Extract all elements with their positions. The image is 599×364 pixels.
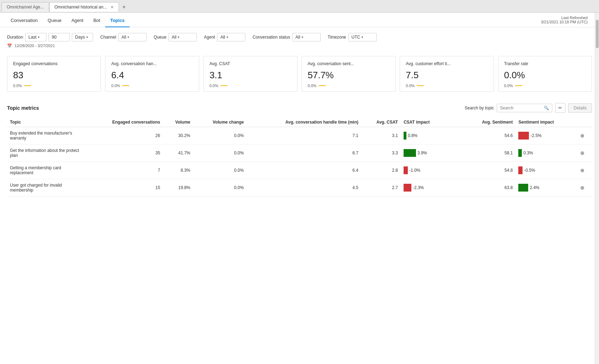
kpi-avg-handle: Avg. conversation han... 6.4 0.0% [105,56,199,92]
sentiment-impact-bar [518,149,522,157]
channel-select[interactable]: All ▾ [118,33,147,41]
top-nav: Conversation Queue Agent Bot Topics Last… [0,13,599,27]
agent-select[interactable]: All ▾ [217,33,245,41]
row-action-icon[interactable]: ⊕ [580,185,584,190]
queue-label: Queue [154,35,166,40]
last-refreshed-area: Last Refreshed 3/21/2021 10:18 PM (UTC) [535,13,593,27]
duration-value-select[interactable]: 90 [49,33,70,41]
browser-tab-2[interactable]: Omnichannel historical an... ✕ [49,2,119,12]
details-button[interactable]: Details [568,103,592,113]
kpi-engaged-title: Engaged conversations [13,61,95,66]
cell-avg-csat: 2.8 [361,162,401,179]
nav-bot[interactable]: Bot [89,13,105,27]
kpi-avg-sent-change: 0.0% [308,84,316,88]
kpi-avg-csat-title: Avg. CSAT [210,61,291,66]
cell-topic: Getting a membership card replacement [7,162,85,179]
nav-conversation[interactable]: Conversation [6,13,43,27]
row-action-icon[interactable]: ⊕ [580,167,584,173]
search-by-topic-label: Search by topic [465,106,494,110]
csat-impact-bar [404,166,408,174]
browser-tab-bar: Omnichannel Age... Omnichannel historica… [0,0,599,13]
cell-csat-impact: -2.3% [401,179,463,197]
cell-sentiment-impact: 2.4% [515,179,577,197]
kpi-engaged: Engaged conversations 83 0.0% [7,56,101,92]
scroll-thumb[interactable] [596,20,599,48]
row-action-icon[interactable]: ⊕ [580,150,584,156]
sentiment-impact-bar [518,166,523,174]
queue-value: All [172,35,176,40]
cell-action[interactable]: ⊕ [577,179,592,197]
last-refreshed-label: Last Refreshed [541,16,588,20]
cell-volume-change: 0.0% [193,127,247,144]
duration-preset-chevron: ▾ [38,35,40,39]
kpi-transfer-value: 0.0% [504,70,586,81]
section-actions: Search by topic 🔍 ✏ Details [465,103,592,113]
timezone-select[interactable]: UTC ▾ [348,33,377,41]
app-container: Conversation Queue Agent Bot Topics Last… [0,13,599,364]
kpi-avg-handle-change: 0.0% [111,84,120,88]
csat-impact-bar [404,132,406,140]
sentiment-impact-label: -2.5% [530,133,541,138]
cell-action[interactable]: ⊕ [577,144,592,162]
kpi-transfer: Transfer rate 0.0% 0.0% [498,56,592,92]
scrollbar[interactable] [595,13,599,364]
queue-select[interactable]: All ▾ [169,33,197,41]
agent-label: Agent [204,35,215,40]
cell-topic: User got charged for invalid membership [7,179,85,197]
browser-tab-1[interactable]: Omnichannel Age... [1,2,49,12]
nav-topics[interactable]: Topics [105,13,130,27]
cell-avg-handle: 4.5 [247,179,361,197]
cell-avg-handle: 6.7 [247,144,361,162]
cell-action[interactable]: ⊕ [577,162,592,179]
duration-preset-select[interactable]: Last ▾ [25,33,46,41]
filters-bar: Duration Last ▾ 90 Days ▾ Channel All ▾ … [0,27,599,43]
cell-topic: Buy extended the manufacturer's warranty [7,127,85,144]
section-title: Topic metrics [7,105,39,111]
cell-avg-sentiment: 54.6 [463,127,516,144]
col-avg-sentiment: Avg. Sentiment [463,118,516,127]
add-tab-button[interactable]: + [119,2,129,12]
timezone-filter: Timezone UTC ▾ [328,33,377,41]
col-actions [577,118,592,127]
table-row: Getting a membership card replacement 7 … [7,162,592,179]
duration-unit-chevron: ▾ [86,35,88,39]
kpi-avg-sent-value: 57.7% [308,70,389,81]
csat-impact-label: -2.3% [413,185,424,190]
col-avg-csat: Avg. CSAT [361,118,401,127]
cell-topic: Get the information about the protect pl… [7,144,85,162]
timezone-chevron: ▾ [361,35,363,39]
channel-chevron: ▾ [127,35,129,39]
csat-impact-label: -1.0% [409,168,420,173]
col-volume: Volume [163,118,193,127]
kpi-avg-effort-change: 0.0% [406,84,415,88]
table-row: User got charged for invalid membership … [7,179,592,197]
kpi-avg-handle-value: 6.4 [111,70,193,81]
kpi-avg-handle-title: Avg. conversation han... [111,61,193,66]
nav-agent[interactable]: Agent [67,13,89,27]
conv-status-value: All [296,35,300,40]
timezone-label: Timezone [328,35,346,40]
row-action-icon[interactable]: ⊕ [580,133,584,138]
last-refreshed-value: 3/21/2021 10:18 PM (UTC) [541,20,588,24]
csat-impact-bar [404,184,411,192]
topic-table: Topic Engaged conversations Volume Volum… [7,118,592,197]
cell-action[interactable]: ⊕ [577,127,592,144]
search-input[interactable] [500,106,542,110]
duration-unit-select[interactable]: Days ▾ [72,33,93,41]
kpi-transfer-trend [515,85,522,86]
sentiment-impact-label: 2.4% [530,185,539,190]
col-sentiment-impact: Sentiment impact [515,118,577,127]
conv-status-select[interactable]: All ▾ [292,33,321,41]
search-box[interactable]: 🔍 [497,104,552,112]
nav-queue[interactable]: Queue [43,13,67,27]
filter-icon-button[interactable]: ✏ [555,103,565,113]
cell-avg-csat: 3.3 [361,144,401,162]
cell-volume: 19.8% [163,179,193,197]
table-row: Get the information about the protect pl… [7,144,592,162]
channel-value: All [121,35,126,40]
cell-engaged: 7 [85,162,163,179]
tab-close-icon[interactable]: ✕ [110,5,114,10]
queue-chevron: ▾ [178,35,179,39]
kpi-row: Engaged conversations 83 0.0% Avg. conve… [0,52,599,97]
cell-avg-sentiment: 58.1 [463,144,516,162]
